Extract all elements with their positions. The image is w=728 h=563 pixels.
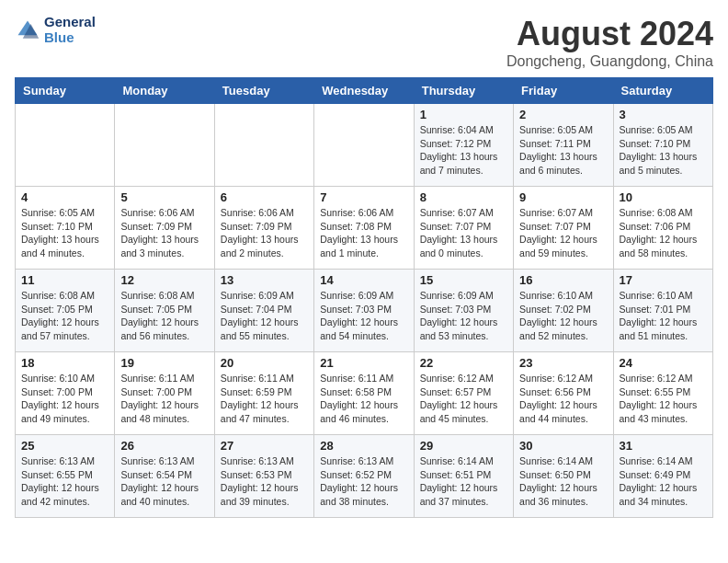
day-number: 23	[519, 356, 607, 370]
calendar-cell: 17Sunrise: 6:10 AMSunset: 7:01 PMDayligh…	[613, 270, 712, 352]
calendar-cell: 5Sunrise: 6:06 AMSunset: 7:09 PMDaylight…	[115, 187, 214, 270]
calendar-cell: 24Sunrise: 6:12 AMSunset: 6:55 PMDayligh…	[613, 352, 712, 435]
calendar-week-3: 11Sunrise: 6:08 AMSunset: 7:05 PMDayligh…	[16, 270, 713, 352]
day-number: 11	[21, 273, 108, 287]
day-number: 28	[320, 439, 407, 453]
day-info: Sunrise: 6:08 AMSunset: 7:05 PMDaylight:…	[21, 289, 108, 343]
day-number: 12	[120, 273, 208, 287]
day-number: 31	[620, 439, 707, 453]
calendar-cell: 21Sunrise: 6:11 AMSunset: 6:58 PMDayligh…	[314, 352, 414, 435]
day-info: Sunrise: 6:10 AMSunset: 7:02 PMDaylight:…	[519, 289, 607, 343]
day-number: 21	[320, 356, 407, 370]
day-info: Sunrise: 6:13 AMSunset: 6:55 PMDaylight:…	[21, 454, 108, 509]
weekday-header-wednesday: Wednesday	[314, 78, 414, 104]
day-number: 26	[120, 439, 208, 453]
day-info: Sunrise: 6:12 AMSunset: 6:56 PMDaylight:…	[519, 372, 607, 426]
calendar-table: SundayMondayTuesdayWednesdayThursdayFrid…	[15, 77, 713, 518]
calendar-cell	[16, 104, 115, 187]
day-info: Sunrise: 6:06 AMSunset: 7:09 PMDaylight:…	[120, 206, 208, 260]
weekday-header-monday: Monday	[115, 78, 214, 104]
calendar-week-1: 1Sunrise: 6:04 AMSunset: 7:12 PMDaylight…	[16, 104, 713, 187]
logo: General Blue	[15, 15, 96, 45]
location: Dongcheng, Guangdong, China	[506, 53, 713, 70]
day-info: Sunrise: 6:05 AMSunset: 7:10 PMDaylight:…	[21, 206, 108, 260]
weekday-header-sunday: Sunday	[16, 78, 115, 104]
day-number: 14	[320, 273, 407, 287]
day-number: 6	[221, 190, 308, 204]
day-number: 13	[221, 273, 308, 287]
calendar-week-4: 18Sunrise: 6:10 AMSunset: 7:00 PMDayligh…	[16, 352, 713, 435]
day-number: 25	[21, 439, 108, 453]
day-info: Sunrise: 6:13 AMSunset: 6:54 PMDaylight:…	[120, 454, 208, 509]
calendar-cell: 8Sunrise: 6:07 AMSunset: 7:07 PMDaylight…	[414, 187, 513, 270]
weekday-header-saturday: Saturday	[613, 78, 712, 104]
day-number: 18	[21, 356, 108, 370]
calendar-cell: 13Sunrise: 6:09 AMSunset: 7:04 PMDayligh…	[214, 270, 313, 352]
calendar-cell: 16Sunrise: 6:10 AMSunset: 7:02 PMDayligh…	[514, 270, 613, 352]
calendar-week-5: 25Sunrise: 6:13 AMSunset: 6:55 PMDayligh…	[16, 435, 713, 518]
title-block: August 2024 Dongcheng, Guangdong, China	[506, 15, 713, 70]
calendar-cell: 26Sunrise: 6:13 AMSunset: 6:54 PMDayligh…	[115, 435, 214, 518]
day-number: 4	[21, 190, 108, 204]
day-number: 7	[320, 190, 407, 204]
day-info: Sunrise: 6:14 AMSunset: 6:51 PMDaylight:…	[420, 454, 507, 509]
day-info: Sunrise: 6:08 AMSunset: 7:05 PMDaylight:…	[120, 289, 208, 343]
weekday-header-tuesday: Tuesday	[214, 78, 313, 104]
calendar-cell: 31Sunrise: 6:14 AMSunset: 6:49 PMDayligh…	[613, 435, 712, 518]
day-number: 1	[420, 108, 507, 121]
day-info: Sunrise: 6:11 AMSunset: 7:00 PMDaylight:…	[120, 372, 208, 426]
calendar-cell: 3Sunrise: 6:05 AMSunset: 7:10 PMDaylight…	[613, 104, 712, 187]
day-number: 27	[221, 439, 308, 453]
day-number: 3	[620, 108, 707, 121]
calendar-cell	[115, 104, 214, 187]
calendar-cell: 19Sunrise: 6:11 AMSunset: 7:00 PMDayligh…	[115, 352, 214, 435]
day-info: Sunrise: 6:09 AMSunset: 7:04 PMDaylight:…	[221, 289, 308, 343]
calendar-week-2: 4Sunrise: 6:05 AMSunset: 7:10 PMDaylight…	[16, 187, 713, 270]
calendar-cell: 30Sunrise: 6:14 AMSunset: 6:50 PMDayligh…	[514, 435, 613, 518]
day-info: Sunrise: 6:10 AMSunset: 7:01 PMDaylight:…	[620, 289, 707, 343]
day-number: 8	[420, 190, 507, 204]
calendar-cell: 25Sunrise: 6:13 AMSunset: 6:55 PMDayligh…	[16, 435, 115, 518]
calendar-cell: 6Sunrise: 6:06 AMSunset: 7:09 PMDaylight…	[214, 187, 313, 270]
calendar-cell: 1Sunrise: 6:04 AMSunset: 7:12 PMDaylight…	[414, 104, 513, 187]
calendar-cell: 2Sunrise: 6:05 AMSunset: 7:11 PMDaylight…	[514, 104, 613, 187]
day-info: Sunrise: 6:05 AMSunset: 7:10 PMDaylight:…	[620, 123, 707, 178]
calendar-cell: 10Sunrise: 6:08 AMSunset: 7:06 PMDayligh…	[613, 187, 712, 270]
calendar-cell: 28Sunrise: 6:13 AMSunset: 6:52 PMDayligh…	[314, 435, 414, 518]
calendar-cell: 22Sunrise: 6:12 AMSunset: 6:57 PMDayligh…	[414, 352, 513, 435]
day-info: Sunrise: 6:12 AMSunset: 6:55 PMDaylight:…	[620, 372, 707, 426]
day-info: Sunrise: 6:13 AMSunset: 6:52 PMDaylight:…	[320, 454, 407, 509]
day-number: 5	[120, 190, 208, 204]
calendar-cell: 4Sunrise: 6:05 AMSunset: 7:10 PMDaylight…	[16, 187, 115, 270]
day-number: 22	[420, 356, 507, 370]
calendar-cell: 14Sunrise: 6:09 AMSunset: 7:03 PMDayligh…	[314, 270, 414, 352]
day-number: 20	[221, 356, 308, 370]
day-number: 15	[420, 273, 507, 287]
day-info: Sunrise: 6:11 AMSunset: 6:58 PMDaylight:…	[320, 372, 407, 426]
calendar-cell	[314, 104, 414, 187]
day-number: 2	[519, 108, 607, 121]
day-number: 9	[519, 190, 607, 204]
calendar-cell: 20Sunrise: 6:11 AMSunset: 6:59 PMDayligh…	[214, 352, 313, 435]
weekday-header-row: SundayMondayTuesdayWednesdayThursdayFrid…	[16, 78, 713, 104]
weekday-header-thursday: Thursday	[414, 78, 513, 104]
page-header: General Blue August 2024 Dongcheng, Guan…	[15, 15, 713, 70]
day-number: 30	[519, 439, 607, 453]
calendar-cell: 11Sunrise: 6:08 AMSunset: 7:05 PMDayligh…	[16, 270, 115, 352]
logo-text: General Blue	[44, 15, 96, 45]
day-info: Sunrise: 6:05 AMSunset: 7:11 PMDaylight:…	[519, 123, 607, 178]
day-info: Sunrise: 6:13 AMSunset: 6:53 PMDaylight:…	[221, 454, 308, 509]
day-info: Sunrise: 6:10 AMSunset: 7:00 PMDaylight:…	[21, 372, 108, 426]
day-number: 16	[519, 273, 607, 287]
weekday-header-friday: Friday	[514, 78, 613, 104]
calendar-cell: 23Sunrise: 6:12 AMSunset: 6:56 PMDayligh…	[514, 352, 613, 435]
day-number: 24	[620, 356, 707, 370]
day-info: Sunrise: 6:12 AMSunset: 6:57 PMDaylight:…	[420, 372, 507, 426]
calendar-cell	[214, 104, 313, 187]
day-info: Sunrise: 6:11 AMSunset: 6:59 PMDaylight:…	[221, 372, 308, 426]
calendar-cell: 29Sunrise: 6:14 AMSunset: 6:51 PMDayligh…	[414, 435, 513, 518]
day-number: 17	[620, 273, 707, 287]
calendar-cell: 18Sunrise: 6:10 AMSunset: 7:00 PMDayligh…	[16, 352, 115, 435]
day-info: Sunrise: 6:14 AMSunset: 6:49 PMDaylight:…	[620, 454, 707, 509]
month-year: August 2024	[506, 15, 713, 53]
